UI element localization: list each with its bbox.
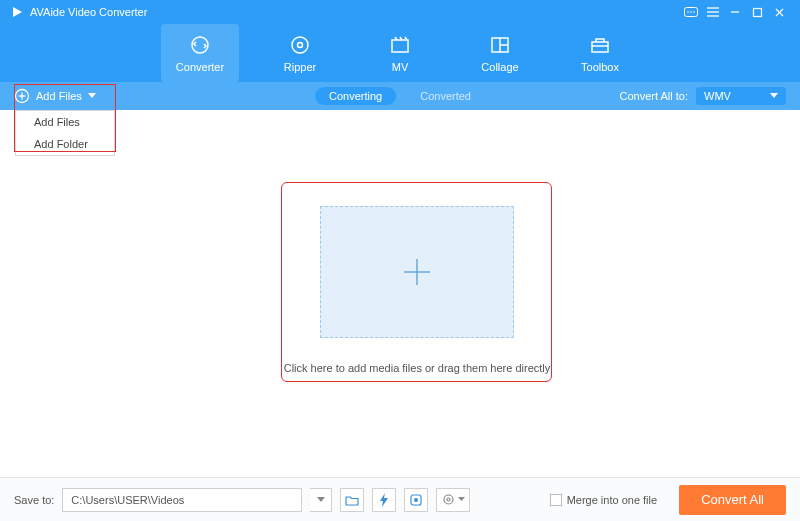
titlebar: AVAide Video Converter <box>0 0 800 24</box>
save-path-dropdown[interactable] <box>310 488 332 512</box>
svg-point-4 <box>693 11 695 13</box>
app-logo-icon <box>10 5 24 19</box>
svg-marker-34 <box>458 497 465 501</box>
tab-label: Collage <box>481 61 518 73</box>
svg-rect-19 <box>592 42 608 52</box>
add-files-button[interactable]: Add Files <box>14 88 96 104</box>
collage-icon <box>489 34 511 56</box>
merge-label: Merge into one file <box>567 494 658 506</box>
converted-tab[interactable]: Converted <box>406 87 485 105</box>
plus-icon <box>400 255 434 289</box>
svg-marker-28 <box>317 497 325 502</box>
drop-zone[interactable] <box>320 206 514 338</box>
gpu-accel-button[interactable] <box>372 488 396 512</box>
chevron-down-icon <box>88 93 96 99</box>
converting-tab[interactable]: Converting <box>315 87 396 105</box>
svg-point-14 <box>298 42 303 47</box>
tab-label: Ripper <box>284 61 316 73</box>
output-format-select[interactable]: WMV <box>696 87 786 105</box>
settings-button[interactable] <box>436 488 470 512</box>
chevron-down-icon <box>458 497 465 502</box>
convert-all-button[interactable]: Convert All <box>679 485 786 515</box>
maximize-icon[interactable] <box>746 1 768 23</box>
svg-marker-0 <box>13 7 22 17</box>
sub-toolbar: Add Files Converting Converted Convert A… <box>0 82 800 110</box>
high-speed-button[interactable] <box>404 488 428 512</box>
open-folder-button[interactable] <box>340 488 364 512</box>
tab-label: Toolbox <box>581 61 619 73</box>
tab-converter[interactable]: Converter <box>161 24 239 82</box>
merge-checkbox[interactable]: Merge into one file <box>550 494 658 506</box>
tab-toolbox[interactable]: Toolbox <box>561 24 639 82</box>
svg-point-32 <box>444 495 453 504</box>
tab-label: MV <box>392 61 409 73</box>
plus-circle-icon <box>14 88 30 104</box>
mv-icon <box>389 34 411 56</box>
save-to-label: Save to: <box>14 494 54 506</box>
save-path-field[interactable]: C:\Users\USER\Videos <box>62 488 302 512</box>
svg-point-3 <box>690 11 692 13</box>
format-value: WMV <box>704 90 731 102</box>
folder-icon <box>345 494 359 506</box>
tab-label: Converter <box>176 61 224 73</box>
tab-ripper[interactable]: Ripper <box>261 24 339 82</box>
svg-rect-15 <box>392 40 408 52</box>
chevron-down-icon <box>770 93 778 99</box>
svg-marker-29 <box>380 493 388 507</box>
convert-all-to-label: Convert All to: <box>620 90 688 102</box>
tab-collage[interactable]: Collage <box>461 24 539 82</box>
feedback-icon[interactable] <box>680 1 702 23</box>
svg-point-2 <box>687 11 689 13</box>
speed-icon <box>409 493 423 507</box>
menu-icon[interactable] <box>702 1 724 23</box>
add-folder-menu-item[interactable]: Add Folder <box>16 133 114 155</box>
toolbox-icon <box>589 34 611 56</box>
svg-point-33 <box>447 498 450 501</box>
add-files-label: Add Files <box>36 90 82 102</box>
svg-point-13 <box>292 37 308 53</box>
svg-marker-25 <box>770 93 778 98</box>
add-files-menu-item[interactable]: Add Files <box>16 111 114 133</box>
add-files-dropdown: Add Files Add Folder <box>15 110 115 156</box>
main-tabs: Converter Ripper MV Collage Toolbox <box>0 24 800 82</box>
tab-mv[interactable]: MV <box>361 24 439 82</box>
gear-icon <box>442 493 455 506</box>
minimize-icon[interactable] <box>724 1 746 23</box>
ripper-icon <box>289 34 311 56</box>
svg-point-31 <box>414 498 418 502</box>
app-title: AVAide Video Converter <box>30 6 147 18</box>
converter-icon <box>189 34 211 56</box>
lightning-icon <box>379 493 389 507</box>
save-path-value: C:\Users\USER\Videos <box>71 494 184 506</box>
svg-rect-9 <box>753 8 761 16</box>
checkbox-icon <box>550 494 562 506</box>
close-icon[interactable] <box>768 1 790 23</box>
drop-zone-text: Click here to add media files or drag th… <box>282 362 552 374</box>
bottom-bar: Save to: C:\Users\USER\Videos Merge into… <box>0 477 800 521</box>
svg-marker-24 <box>88 93 96 98</box>
